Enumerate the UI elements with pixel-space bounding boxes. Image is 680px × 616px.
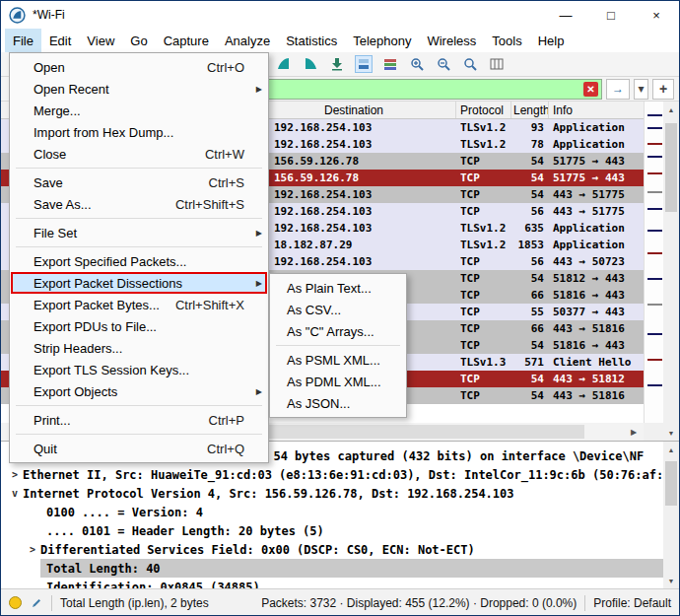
submenu-item-as-psml-xml[interactable]: As PSML XML... [271, 349, 405, 371]
resize-columns-icon[interactable] [488, 55, 506, 73]
close-button[interactable]: × [634, 1, 679, 29]
shark-fin-arrow-icon[interactable] [302, 55, 319, 73]
scrollbar-thumb[interactable] [665, 123, 677, 212]
packet-color-mark [647, 230, 662, 232]
submenu-item-as-csv[interactable]: As CSV... [271, 299, 405, 320]
cell-info: Client Hello [549, 356, 644, 369]
cell-len: 54 [511, 373, 549, 385]
packet-color-mark [647, 304, 662, 306]
apply-filter-button[interactable]: → [606, 79, 630, 100]
menu-edit[interactable]: Edit [41, 29, 79, 52]
submenu-item-as-json[interactable]: As JSON... [271, 392, 405, 414]
menu-analyze[interactable]: Analyze [217, 29, 278, 52]
scroll-down-icon[interactable]: ▼ [663, 425, 679, 441]
zoom-in-icon[interactable] [408, 55, 426, 73]
cell-info: 443 → 51816 [549, 322, 644, 335]
menu-item-import-from-hex-dump[interactable]: Import from Hex Dump... [11, 121, 267, 143]
packet-detail-line[interactable]: Identification: 0x0845 (34885) [1, 578, 665, 588]
menu-wireless[interactable]: Wireless [419, 29, 484, 52]
profile-selector[interactable]: Profile: Default [593, 596, 671, 610]
cell-proto: TCP [456, 373, 511, 385]
menu-view[interactable]: View [79, 29, 122, 52]
scroll-down-icon[interactable]: ▼ [663, 573, 679, 588]
column-header-length[interactable]: Length [511, 102, 549, 118]
menu-item-export-tls-session-keys[interactable]: Export TLS Session Keys... [11, 359, 267, 380]
minimize-button[interactable]: — [543, 1, 588, 29]
menu-help[interactable]: Help [530, 29, 573, 52]
auto-scroll-icon[interactable] [355, 55, 373, 73]
menu-item-label: Export PDUs to File... [34, 319, 233, 334]
details-scrollbar[interactable]: ▲ ▼ [663, 441, 679, 588]
submenu-item-as-c-arrays[interactable]: As "C" Arrays... [271, 320, 405, 342]
scroll-up-icon[interactable]: ▲ [663, 102, 679, 117]
menu-item-close[interactable]: CloseCtrl+W [11, 143, 267, 165]
menu-telephony[interactable]: Telephony [345, 29, 419, 52]
submenu-item-as-pdml-xml[interactable]: As PDML XML... [271, 371, 405, 392]
menu-item-export-pdus-to-file[interactable]: Export PDUs to File... [11, 315, 267, 337]
packet-minimap[interactable] [644, 102, 665, 423]
packet-detail-line[interactable]: >Ethernet II, Src: HuaweiTe_91:cd:03 (e8… [1, 465, 665, 484]
detail-text: Identification: 0x0845 (34885) [46, 581, 260, 589]
scroll-up-icon[interactable]: ▲ [663, 442, 679, 457]
menu-item-quit[interactable]: QuitCtrl+Q [11, 438, 267, 459]
expert-info-icon[interactable] [9, 596, 22, 609]
menu-item-label: Open Recent [34, 82, 233, 97]
menu-item-strip-headers[interactable]: Strip Headers... [11, 337, 267, 359]
menu-go[interactable]: Go [122, 29, 155, 52]
zoom-100-icon[interactable] [461, 55, 479, 73]
collapse-toggle-icon[interactable]: v [7, 488, 23, 499]
scrollbar-thumb[interactable] [665, 461, 677, 506]
add-filter-button[interactable]: + [652, 79, 674, 100]
menu-item-file-set[interactable]: File Set▶ [11, 222, 267, 243]
hscrollbar-thumb[interactable] [269, 425, 584, 439]
go-to-last-icon[interactable] [328, 55, 346, 73]
packet-detail-line[interactable]: 0100 .... = Version: 4 [1, 503, 665, 521]
menu-item-export-packet-bytes[interactable]: Export Packet Bytes...Ctrl+Shift+X [11, 294, 267, 315]
menu-item-save[interactable]: SaveCtrl+S [11, 171, 267, 193]
packet-detail-line[interactable]: .... 0101 = Header Length: 20 bytes (5) [1, 521, 665, 540]
menu-item-label: As Plain Text... [287, 281, 372, 296]
menu-item-label: Export Specified Packets... [34, 254, 233, 269]
menu-tools[interactable]: Tools [484, 29, 529, 52]
zoom-out-icon[interactable] [435, 55, 452, 73]
expand-toggle-icon[interactable]: > [7, 469, 23, 480]
filter-dropdown-icon[interactable]: ▾ [634, 79, 648, 100]
packet-list-scrollbar[interactable]: ▲ ▼ [663, 102, 679, 441]
capture-comment-pencil-icon[interactable] [30, 596, 43, 610]
cell-info: 443 → 51775 [549, 205, 644, 218]
submenu-arrow-icon: ▶ [252, 387, 262, 396]
menu-item-merge[interactable]: Merge... [11, 100, 267, 121]
menu-item-label: As CSV... [287, 303, 371, 317]
shark-fin-icon[interactable] [275, 55, 293, 73]
menu-item-open[interactable]: OpenCtrl+O [11, 56, 267, 78]
detail-text: Internet Protocol Version 4, Src: 156.59… [23, 487, 514, 501]
cell-info: Application [549, 138, 644, 151]
column-header-protocol[interactable]: Protocol [456, 102, 511, 118]
menu-item-export-packet-dissections[interactable]: Export Packet Dissections▶ [11, 272, 267, 294]
clear-filter-icon[interactable]: ✕ [583, 82, 598, 97]
packet-detail-line[interactable]: vInternet Protocol Version 4, Src: 156.5… [1, 484, 665, 503]
menu-item-print[interactable]: Print...Ctrl+P [11, 409, 267, 431]
menu-statistics[interactable]: Statistics [278, 29, 345, 52]
menu-item-export-objects[interactable]: Export Objects▶ [11, 380, 267, 402]
menu-item-save-as[interactable]: Save As...Ctrl+Shift+S [11, 193, 267, 215]
packet-color-mark [647, 333, 662, 335]
packet-detail-line[interactable]: >Differentiated Services Field: 0x00 (DS… [1, 540, 665, 559]
packet-detail-line[interactable]: Total Length: 40 [1, 559, 665, 578]
column-header-destination[interactable]: Destination [269, 102, 456, 118]
submenu-item-as-plain-text[interactable]: As Plain Text... [271, 277, 405, 299]
cell-len: 571 [511, 356, 549, 369]
maximize-button[interactable]: □ [588, 1, 634, 29]
menu-item-export-specified-packets[interactable]: Export Specified Packets... [11, 250, 267, 272]
packet-color-mark [647, 143, 662, 145]
expand-toggle-icon[interactable]: > [25, 544, 40, 555]
menu-file[interactable]: File [5, 29, 41, 52]
cell-len: 66 [511, 289, 549, 302]
packet-color-mark [647, 208, 662, 210]
cell-proto: TLSv1.2 [456, 121, 511, 134]
menu-capture[interactable]: Capture [156, 29, 217, 52]
menu-item-open-recent[interactable]: Open Recent▶ [11, 78, 267, 100]
cell-proto: TCP [456, 188, 511, 201]
colorize-icon[interactable] [381, 55, 399, 73]
scroll-right-icon[interactable]: ▶ [626, 424, 642, 440]
